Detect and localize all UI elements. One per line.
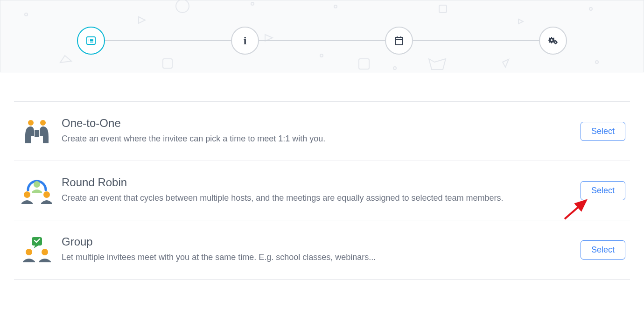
- svg-rect-31: [551, 42, 552, 43]
- svg-point-29: [551, 39, 553, 41]
- svg-point-10: [251, 2, 254, 5]
- svg-rect-40: [555, 40, 556, 41]
- option-description: Create an event that cycles between mult…: [62, 192, 567, 205]
- svg-point-44: [28, 120, 34, 126]
- step-settings[interactable]: [539, 27, 567, 55]
- svg-point-14: [595, 61, 598, 63]
- svg-point-16: [25, 13, 28, 16]
- select-round-robin-button[interactable]: Select: [581, 181, 625, 200]
- option-title: Group: [62, 235, 567, 248]
- svg-point-47: [34, 181, 40, 188]
- option-group: Group Let multiple invitees meet with yo…: [14, 220, 630, 280]
- option-title: Round Robin: [62, 176, 567, 189]
- svg-point-48: [24, 191, 30, 198]
- svg-rect-43: [557, 42, 558, 42]
- svg-point-11: [334, 5, 337, 8]
- svg-point-53: [42, 249, 48, 255]
- step-connector: [259, 40, 385, 41]
- round-robin-icon: [19, 174, 55, 207]
- calendar-icon: [393, 35, 405, 46]
- svg-point-15: [589, 7, 592, 10]
- stepper-bar: i: [0, 0, 644, 72]
- step-info[interactable]: i: [231, 27, 259, 55]
- svg-rect-1: [163, 59, 172, 68]
- svg-point-13: [393, 67, 396, 70]
- svg-marker-8: [518, 19, 523, 24]
- option-title: One-to-One: [62, 117, 567, 130]
- option-description: Let multiple invitees meet with you at t…: [62, 251, 567, 264]
- svg-rect-24: [395, 37, 403, 45]
- group-icon: [19, 233, 55, 266]
- select-one-to-one-button[interactable]: Select: [581, 122, 625, 141]
- list-icon: [85, 35, 97, 46]
- svg-point-39: [555, 42, 556, 42]
- svg-rect-33: [553, 40, 555, 41]
- svg-rect-5: [439, 5, 447, 13]
- svg-marker-7: [429, 59, 446, 70]
- gear-icon: [547, 35, 559, 46]
- info-icon: i: [244, 35, 247, 47]
- step-schedule[interactable]: [385, 27, 413, 55]
- svg-rect-46: [35, 130, 39, 137]
- svg-marker-9: [503, 59, 509, 67]
- step-type[interactable]: [77, 27, 105, 55]
- svg-rect-30: [551, 37, 552, 38]
- option-one-to-one: One-to-One Create an event where the inv…: [14, 101, 630, 161]
- event-type-options: One-to-One Create an event where the inv…: [0, 72, 644, 280]
- one-to-one-icon: [19, 115, 55, 147]
- step-connector: [413, 40, 539, 41]
- svg-point-49: [43, 191, 50, 198]
- svg-marker-3: [60, 56, 71, 63]
- option-description: Create an event where the invitee can pi…: [62, 133, 567, 146]
- svg-marker-2: [139, 17, 145, 23]
- svg-rect-41: [555, 43, 556, 44]
- svg-rect-32: [548, 40, 550, 41]
- select-group-button[interactable]: Select: [581, 240, 625, 260]
- svg-point-52: [26, 249, 32, 255]
- svg-point-45: [40, 120, 46, 126]
- svg-rect-4: [359, 59, 369, 69]
- stepper: i: [77, 27, 567, 55]
- option-round-robin: Round Robin Create an event that cycles …: [14, 161, 630, 220]
- svg-rect-42: [553, 42, 554, 42]
- svg-point-0: [176, 0, 189, 13]
- step-connector: [105, 40, 231, 41]
